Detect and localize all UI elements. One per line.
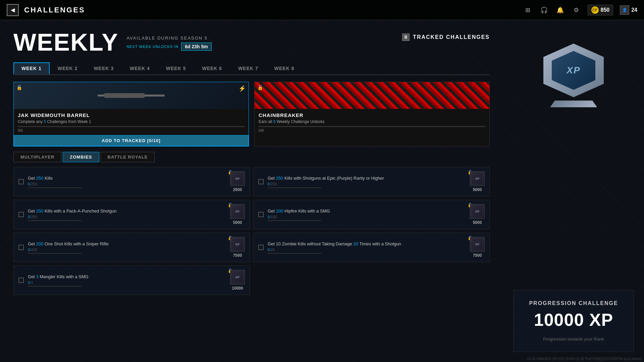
tab-week-2[interactable]: WEEK 2 bbox=[50, 62, 86, 74]
right-panel: XP PROGRESSION CHALLENGE 10000 XP Progre… bbox=[503, 20, 644, 362]
xp-amount-4: 5000 bbox=[473, 220, 482, 225]
challenge-info-5: Get 200 One Shot Kills with a Sniper Rif… bbox=[28, 241, 226, 254]
challenge-text-7: Get 3 Mangler Kills with a SMG bbox=[28, 274, 226, 279]
tab-week-5[interactable]: WEEK 5 bbox=[158, 62, 194, 74]
progression-xp: 10000 XP bbox=[524, 310, 624, 330]
tab-zombies[interactable]: ZOMBIES bbox=[63, 152, 99, 162]
challenge-bar-5 bbox=[28, 253, 82, 254]
challenge-item: Get 250 Kills with Shotguns at Epic (Pur… bbox=[253, 167, 490, 196]
currency-amount: 850 bbox=[601, 7, 610, 13]
challenge-text-2: Get 250 Kills with Shotguns at Epic (Pur… bbox=[268, 176, 466, 181]
xp-badge-1: XP bbox=[230, 171, 245, 186]
tab-week-7[interactable]: WEEK 7 bbox=[230, 62, 266, 74]
progression-label: PROGRESSION CHALLENGE bbox=[524, 300, 624, 306]
unlock-badge: NEXT WEEK UNLOCKS IN 6d 23h 5m bbox=[126, 43, 211, 51]
tab-week-6[interactable]: WEEK 6 bbox=[194, 62, 230, 74]
challenge-bar-4 bbox=[268, 220, 321, 221]
grid-icon[interactable]: ⊞ bbox=[523, 5, 533, 15]
xp-badge-4: XP bbox=[470, 204, 485, 219]
tab-week-1[interactable]: WEEK 1 bbox=[13, 62, 50, 74]
headset-icon[interactable]: 🎧 bbox=[539, 5, 549, 15]
challenge-bar-2 bbox=[268, 187, 321, 188]
chainbreaker-reward-card[interactable]: 🔒 CHAINBREAKER Earn all 8 Weekly Challen… bbox=[254, 82, 490, 146]
xp-amount-5: 7500 bbox=[233, 253, 242, 258]
challenge-info-6: Get 10 Zombie Kills without Taking Damag… bbox=[268, 241, 466, 254]
challenges-header: WEEKLY AVAILABLE DURING SEASON 5 NEXT WE… bbox=[13, 30, 490, 54]
chainbreaker-card-desc: Earn all 8 Weekly Challenge Unlocks bbox=[259, 119, 485, 124]
chainbreaker-card-body: CHAINBREAKER Earn all 8 Weekly Challenge… bbox=[255, 109, 489, 136]
xp-amount-7: 10000 bbox=[232, 286, 243, 291]
chainbreaker-lock-icon: 🔒 bbox=[257, 85, 263, 90]
xp-amount-1: 2500 bbox=[233, 187, 242, 192]
challenge-checkbox-1[interactable] bbox=[18, 179, 24, 184]
week-tabs: WEEK 1 WEEK 2 WEEK 3 WEEK 4 WEEK 5 WEEK … bbox=[13, 62, 490, 75]
notification-icon[interactable]: 🔔 bbox=[555, 5, 565, 15]
challenge-bar-3 bbox=[28, 220, 82, 221]
xp-amount-3: 5000 bbox=[233, 220, 242, 225]
b-icon: B bbox=[402, 34, 410, 41]
challenge-progress-1: 0/250 bbox=[28, 182, 226, 186]
challenge-checkbox-6[interactable] bbox=[258, 245, 264, 250]
challenge-checkbox-2[interactable] bbox=[258, 179, 264, 184]
left-panel: WEEKLY AVAILABLE DURING SEASON 5 NEXT WE… bbox=[0, 20, 503, 362]
tab-week-3[interactable]: WEEK 3 bbox=[86, 62, 122, 74]
add-tracked-button[interactable]: ADD TO TRACKED [0/10] bbox=[14, 135, 249, 146]
challenge-grid: Get 250 Kills 0/250 🔒 XP 2500 bbox=[13, 167, 490, 295]
challenge-progress-2: 0/250 bbox=[268, 182, 466, 186]
xp-badge-7: XP bbox=[230, 270, 245, 285]
challenge-item: Get 3 Mangler Kills with a SMG 0/3 🔒 XP … bbox=[13, 265, 250, 295]
jak-reward-card[interactable]: 🔒 ⚡ JAK WIDEMOUTH BARREL Complete any 5 … bbox=[13, 82, 249, 146]
challenge-info-3: Get 250 Kills with a Pack-A-Punched Shot… bbox=[28, 208, 226, 221]
weekly-title: WEEKLY bbox=[13, 30, 118, 54]
challenge-bar-1 bbox=[28, 187, 82, 188]
jak-card-desc: Complete any 5 Challenges from Week 1 bbox=[18, 119, 245, 124]
challenge-item: Get 250 Kills with a Pack-A-Punched Shot… bbox=[13, 200, 250, 229]
challenge-info-2: Get 250 Kills with Shotguns at Epic (Pur… bbox=[268, 176, 466, 188]
challenge-right-4: XP 5000 bbox=[470, 204, 485, 225]
nav-right: ⊞ 🎧 🔔 ⚙ CP 850 👤 24 bbox=[523, 5, 638, 15]
tab-battle-royale[interactable]: BATTLE ROYALE bbox=[101, 152, 155, 162]
tab-week-8[interactable]: WEEK 8 bbox=[266, 62, 303, 74]
xp-badge-5: XP bbox=[230, 237, 245, 252]
hex-shape: XP bbox=[543, 44, 604, 97]
back-icon: ◀ bbox=[11, 7, 15, 13]
challenge-info-7: Get 3 Mangler Kills with a SMG 0/3 bbox=[28, 274, 226, 287]
challenge-info-1: Get 250 Kills 0/250 bbox=[28, 176, 226, 188]
challenge-item: Get 10 Zombie Kills without Taking Damag… bbox=[253, 233, 490, 262]
challenge-progress-7: 0/3 bbox=[28, 281, 226, 285]
reward-cards: 🔒 ⚡ JAK WIDEMOUTH BARREL Complete any 5 … bbox=[13, 82, 490, 146]
tab-week-4[interactable]: WEEK 4 bbox=[122, 62, 158, 74]
unlock-label: NEXT WEEK UNLOCKS IN bbox=[126, 45, 178, 49]
currency-badge: CP 850 bbox=[588, 5, 613, 15]
tracked-challenges-button[interactable]: B TRACKED CHALLENGES bbox=[402, 30, 490, 41]
top-nav: ◀ CHALLENGES ⊞ 🎧 🔔 ⚙ CP 850 👤 24 bbox=[0, 0, 644, 20]
xp-amount-2: 5000 bbox=[473, 187, 482, 192]
tab-multiplayer[interactable]: MULTIPLAYER bbox=[13, 152, 61, 162]
jak-corner-icon: ⚡ bbox=[238, 85, 246, 92]
challenge-checkbox-3[interactable] bbox=[18, 212, 24, 217]
xp-badge-6: XP bbox=[470, 237, 485, 252]
challenge-checkbox-4[interactable] bbox=[258, 212, 264, 217]
challenge-right-3: XP 5000 bbox=[230, 204, 245, 225]
challenge-right-7: XP 10000 bbox=[230, 270, 245, 291]
tracked-label: TRACKED CHALLENGES bbox=[413, 34, 490, 40]
challenge-checkbox-5[interactable] bbox=[18, 245, 24, 250]
player-level: 👤 24 bbox=[620, 5, 637, 15]
challenge-right-6: XP 7500 bbox=[470, 237, 485, 258]
jak-gun-shape bbox=[98, 95, 165, 97]
chainbreaker-card-image: 🔒 bbox=[255, 82, 489, 109]
challenge-text-4: Get 100 Hipfire Kills with a SMG bbox=[268, 208, 466, 214]
nav-title: CHALLENGES bbox=[24, 6, 85, 14]
challenge-item: Get 100 Hipfire Kills with a SMG 0/100 🔒… bbox=[253, 200, 490, 229]
challenge-item: Get 250 Kills 0/250 🔒 XP 2500 bbox=[13, 167, 250, 196]
settings-icon[interactable]: ⚙ bbox=[572, 5, 581, 15]
challenge-text-3: Get 250 Kills with a Pack-A-Punched Shot… bbox=[28, 208, 226, 214]
jak-card-image: 🔒 ⚡ bbox=[14, 82, 249, 109]
jak-card-body: JAK WIDEMOUTH BARREL Complete any 5 Chal… bbox=[14, 109, 249, 146]
challenge-checkbox-7[interactable] bbox=[18, 278, 24, 283]
level-number: 24 bbox=[631, 7, 637, 13]
jak-progress-bar bbox=[18, 126, 245, 127]
challenge-text-6: Get 10 Zombie Kills without Taking Damag… bbox=[268, 241, 466, 246]
chainbreaker-progress-text: 0/8 bbox=[259, 128, 485, 132]
back-button[interactable]: ◀ bbox=[7, 4, 19, 16]
